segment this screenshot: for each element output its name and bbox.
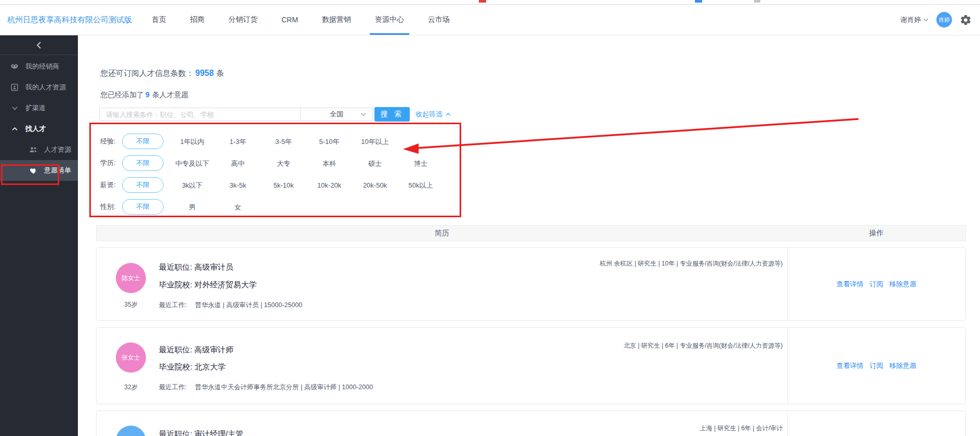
collapse-filters-label: 收起筛选 bbox=[415, 110, 442, 119]
candidate-school: 毕业院校: 北京大学 bbox=[159, 362, 225, 372]
subscribe-link[interactable]: 订阅 bbox=[870, 280, 883, 289]
view-details-link[interactable]: 查看详情 bbox=[837, 361, 864, 371]
filter-label: 学历: bbox=[100, 154, 116, 172]
remove-wish-link[interactable]: 移除意愿 bbox=[890, 361, 917, 371]
main-nav: 首页 招商 分销订货 CRM 数据营销 资源中心 云市场 bbox=[149, 5, 471, 35]
search-button[interactable]: 搜 索 bbox=[374, 107, 410, 122]
filter-option[interactable]: 大专 bbox=[261, 155, 306, 173]
nav-item-cloud-market[interactable]: 云市场 bbox=[425, 5, 453, 35]
user-menu[interactable]: 谢肖婷 bbox=[901, 15, 929, 24]
filter-option[interactable]: 10k-20k bbox=[306, 177, 352, 194]
chevron-left-icon bbox=[36, 42, 42, 49]
filter-options: 中专及以下高中大专本科硕士博士 bbox=[169, 154, 444, 173]
sidebar-item-my-dealers[interactable]: 我的经销商 bbox=[0, 56, 78, 77]
sidebar-item-talent-resources[interactable]: 人才资源 bbox=[0, 139, 78, 160]
filter-option[interactable]: 50k以上 bbox=[398, 177, 444, 194]
sidebar-item-label: 人才资源 bbox=[44, 145, 71, 154]
subscription-quota-line: 您还可订阅人才信息条数：9958条 bbox=[100, 69, 224, 78]
recent-job-label: 最近工作: bbox=[159, 384, 186, 391]
filter-option[interactable]: 高中 bbox=[215, 155, 261, 173]
filter-row-gender: 性别: 不限 男女 bbox=[78, 198, 545, 216]
sidebar-item-label: 我的人才资源 bbox=[25, 83, 66, 92]
subscribe-link[interactable]: 订阅 bbox=[870, 361, 883, 371]
nav-item-resource-center[interactable]: 资源中心 bbox=[372, 5, 407, 35]
sidebar-item-label: 找人才 bbox=[25, 124, 46, 134]
candidate-age: 35岁 bbox=[116, 300, 146, 309]
page: 杭州日思夜享高科技有限公司测试版 首页 招商 分销订货 CRM 数据营销 资源中… bbox=[0, 0, 980, 436]
region-select[interactable]: 全国 bbox=[300, 108, 373, 121]
filter-option[interactable]: 1-3年 bbox=[215, 133, 261, 151]
candidate-recent-job: 最近工作:普华永道中天会计师事务所北京分所 | 高级审计师 | 1000-200… bbox=[159, 383, 373, 392]
filter-option[interactable]: 男 bbox=[169, 199, 215, 216]
filter-option[interactable]: 1年以内 bbox=[169, 133, 215, 151]
candidate-avatar: 陈女士 bbox=[116, 263, 146, 293]
users-icon bbox=[29, 146, 37, 154]
filter-option[interactable]: 10年以上 bbox=[352, 133, 398, 151]
resume-card: 张女士 32岁 最近职位: 高级审计师 毕业院校: 北京大学 北京 | 研究生 … bbox=[96, 327, 966, 404]
card-actions: 查看详情 订阅 移除意愿 bbox=[787, 328, 965, 404]
sidebar-section-expand-channel[interactable]: 扩渠道 bbox=[0, 98, 78, 118]
results-table-header: 简历 操作 bbox=[96, 225, 966, 241]
filter-row-experience: 经验: 不限 1年以内1-3年3-5年5-10年10年以上 bbox=[78, 133, 545, 150]
resume-card: 最近职位: 审计经理/主管 上海 | 研究生 | 6年 | 会计/审计 bbox=[96, 411, 966, 436]
avatar[interactable]: 肖婷 bbox=[936, 12, 952, 28]
main-content: 您还可订阅人才信息条数：9958条 您已经添加了9条人才意愿 全国 搜 索 收起… bbox=[78, 35, 980, 436]
sidebar-item-wish-list[interactable]: 意愿清单 bbox=[0, 160, 78, 181]
filter-option[interactable]: 中专及以下 bbox=[169, 155, 215, 173]
browser-artifact-red bbox=[479, 0, 486, 3]
sidebar: 我的经销商 我的人才资源 扩渠道 找人才 bbox=[0, 35, 78, 436]
remove-wish-link[interactable]: 移除意愿 bbox=[890, 280, 917, 289]
search-input[interactable] bbox=[99, 108, 300, 121]
candidate-recent-job: 最近工作:普华永道 | 高级审计员 | 15000-25000 bbox=[159, 301, 302, 310]
id-card-icon bbox=[10, 83, 19, 91]
candidate-meta: 北京 | 研究生 | 6年 | 专业服务/咨询(财会/法律/人力资源等) bbox=[624, 341, 783, 350]
sidebar-section-find-talent[interactable]: 找人才 bbox=[0, 118, 78, 139]
candidate-avatar bbox=[116, 426, 146, 436]
filter-option[interactable]: 硕士 bbox=[352, 155, 398, 173]
sidebar-collapse-button[interactable] bbox=[0, 35, 78, 55]
sidebar-item-label: 扩渠道 bbox=[25, 103, 46, 113]
filter-unlimited-button[interactable]: 不限 bbox=[122, 134, 164, 149]
collapse-filters-link[interactable]: 收起筛选 bbox=[415, 108, 451, 121]
gear-icon[interactable] bbox=[960, 14, 972, 26]
filter-unlimited-button[interactable]: 不限 bbox=[122, 155, 164, 171]
recent-job-value: 普华永道中天会计师事务所北京分所 | 高级审计师 | 1000-2000 bbox=[195, 384, 373, 391]
filter-option[interactable]: 本科 bbox=[306, 155, 352, 173]
filter-options: 1年以内1-3年3-5年5-10年10年以上 bbox=[169, 133, 398, 151]
card-actions: 查看详情 订阅 移除意愿 bbox=[787, 248, 965, 320]
handshake-icon bbox=[10, 62, 19, 71]
filter-row-education: 学历: 不限 中专及以下高中大专本科硕士博士 bbox=[78, 154, 545, 172]
filter-option[interactable]: 3k以下 bbox=[169, 177, 215, 194]
candidate-meta: 上海 | 研究生 | 6年 | 会计/审计 bbox=[700, 424, 783, 433]
caret-down-icon bbox=[923, 18, 929, 21]
view-details-link[interactable]: 查看详情 bbox=[837, 280, 864, 289]
filter-option[interactable]: 5-10年 bbox=[306, 133, 352, 151]
filter-options: 男女 bbox=[169, 198, 261, 216]
filter-label: 经验: bbox=[100, 133, 116, 150]
added-wishes-line: 您已经添加了9条人才意愿 bbox=[100, 90, 189, 100]
recent-job-label: 最近工作: bbox=[159, 301, 186, 309]
nav-item-crm[interactable]: CRM bbox=[278, 5, 301, 35]
sidebar-item-label: 我的经销商 bbox=[25, 62, 59, 71]
quota-count: 9958 bbox=[194, 69, 216, 77]
filter-option[interactable]: 20k-50k bbox=[352, 177, 398, 194]
wishes-unit: 条人才意愿 bbox=[151, 90, 189, 99]
wishes-text: 您已经添加了 bbox=[100, 90, 144, 99]
filter-unlimited-button[interactable]: 不限 bbox=[122, 177, 164, 193]
candidate-meta: 杭州 余杭区 | 研究生 | 10年 | 专业服务/咨询(财会/法律/人力资源等… bbox=[600, 259, 783, 268]
filter-label: 性别: bbox=[100, 198, 116, 216]
filter-option[interactable]: 3-5年 bbox=[261, 133, 306, 151]
nav-item-investment[interactable]: 招商 bbox=[187, 5, 208, 35]
filter-option[interactable]: 3k-5k bbox=[215, 177, 261, 194]
filter-option[interactable]: 博士 bbox=[398, 155, 444, 173]
filter-option[interactable]: 5k-10k bbox=[261, 177, 306, 194]
nav-item-home[interactable]: 首页 bbox=[149, 5, 169, 35]
quota-text: 您还可订阅人才信息条数： bbox=[100, 69, 194, 77]
browser-artifact-blue bbox=[695, 0, 702, 3]
filter-option[interactable]: 女 bbox=[215, 199, 261, 216]
filter-unlimited-button[interactable]: 不限 bbox=[122, 199, 164, 215]
nav-item-distribution[interactable]: 分销订货 bbox=[225, 5, 261, 35]
sidebar-item-my-talent-resources[interactable]: 我的人才资源 bbox=[0, 77, 78, 98]
nav-item-data-marketing[interactable]: 数据营销 bbox=[319, 5, 354, 35]
candidate-position: 最近职位: 高级审计员 bbox=[159, 262, 233, 272]
